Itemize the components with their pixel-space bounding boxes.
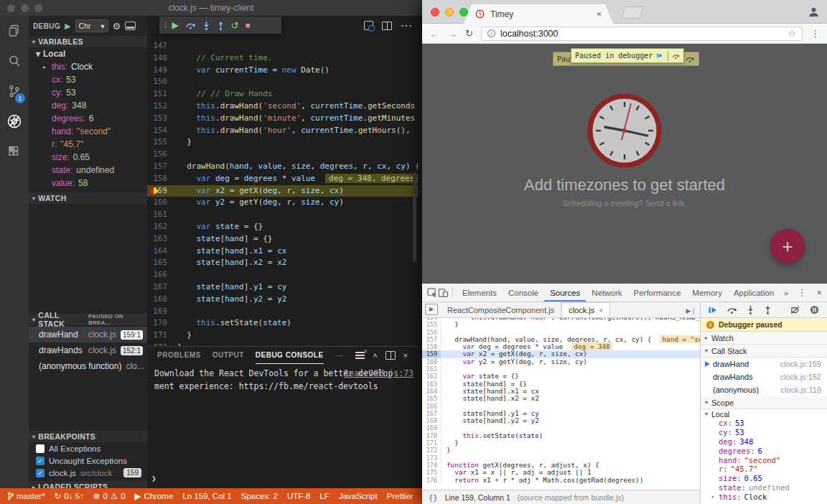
close-devtools-icon[interactable]: × xyxy=(816,287,822,298)
toggle-debug-console-icon[interactable] xyxy=(125,22,136,30)
console-source-link[interactable]: ReactDOM.js:73 xyxy=(344,368,414,378)
line-number[interactable]: 164 xyxy=(147,246,177,258)
split-editor-icon[interactable] xyxy=(382,22,392,30)
breakpoint-checkbox[interactable]: ✓ xyxy=(36,469,45,477)
line-number[interactable]: 157 xyxy=(422,336,441,343)
resume-button[interactable] xyxy=(709,306,717,314)
close-panel-icon[interactable]: × xyxy=(403,351,408,360)
debug-icon[interactable] xyxy=(0,106,29,136)
tab-application[interactable]: Application xyxy=(728,284,780,302)
debug-target-status[interactable]: ▶ Chrome xyxy=(135,491,174,501)
maximize-panel-icon[interactable]: ˄ xyxy=(373,351,377,360)
watch-section-header[interactable]: ▾ WATCH xyxy=(29,192,147,204)
line-number[interactable]: 160 xyxy=(422,358,441,365)
panel-tab-problems[interactable]: PROBLEMS xyxy=(157,347,201,364)
line-number[interactable]: 147 xyxy=(147,40,177,52)
callstack-frame[interactable]: drawHandsclock.js:152 xyxy=(701,370,827,383)
problems-status[interactable]: ⊗ 0 ⚠ 0 xyxy=(93,491,126,501)
line-number[interactable]: 165 xyxy=(422,395,441,402)
encoding-status[interactable]: UTF-8 xyxy=(287,492,311,500)
restart-button[interactable]: ↺ xyxy=(231,20,239,31)
variable-row[interactable]: size:0.65 xyxy=(29,151,147,164)
continue-button[interactable]: ▶ xyxy=(172,20,179,30)
site-info-icon[interactable]: i xyxy=(487,29,495,37)
address-bar[interactable]: i localhost:3000 ☆ xyxy=(481,27,803,41)
line-number[interactable]: 151 xyxy=(147,88,177,101)
scope-variable-row[interactable]: state:undefined xyxy=(701,483,827,493)
line-number[interactable]: 163 xyxy=(147,233,177,246)
indentation-status[interactable]: Spaces: 2 xyxy=(241,492,278,500)
step-over-icon[interactable] xyxy=(685,55,695,62)
scope-variable-row[interactable]: size:0.65 xyxy=(701,474,827,483)
scope-variable-row[interactable]: cy:53 xyxy=(701,428,827,437)
devtools-menu-icon[interactable]: ⋮ xyxy=(797,287,806,298)
tab-sources[interactable]: Sources xyxy=(544,284,586,302)
start-debug-button[interactable]: ▶ xyxy=(65,22,70,31)
split-panel-icon[interactable] xyxy=(386,351,396,360)
line-number[interactable]: 167 xyxy=(147,281,177,294)
drag-handle-icon[interactable]: ⁞⁞ xyxy=(164,22,166,29)
variable-row[interactable]: value:58 xyxy=(29,177,147,190)
inspect-element-icon[interactable] xyxy=(427,288,438,298)
breakpoint-row[interactable]: ✓clock.jssrc/clock159 xyxy=(29,467,147,479)
line-number[interactable]: 171 xyxy=(147,330,177,342)
line-number[interactable]: 153 xyxy=(147,113,177,125)
tab-memory[interactable]: Memory xyxy=(686,284,728,302)
close-window-button[interactable] xyxy=(431,8,439,17)
scope-variable-row[interactable]: deg:348 xyxy=(701,437,827,447)
pretty-print-icon[interactable]: {} xyxy=(429,493,438,502)
source-control-icon[interactable]: 1 xyxy=(0,76,29,106)
reload-button[interactable]: ↻ xyxy=(465,28,473,39)
open-preview-icon[interactable] xyxy=(364,21,373,30)
forward-button[interactable]: → xyxy=(447,28,457,39)
line-number[interactable]: 169 xyxy=(422,424,441,431)
resume-script-icon[interactable] xyxy=(657,52,663,60)
callstack-frame[interactable]: drawHandclock.js159:1 xyxy=(29,327,147,342)
stop-button[interactable]: ■ xyxy=(246,21,251,29)
line-number[interactable]: 166 xyxy=(147,269,177,281)
scope-section-header[interactable]: ▾ Scope xyxy=(701,396,827,409)
more-tabs-icon[interactable]: » xyxy=(780,289,793,297)
variable-row[interactable]: ▸this:Clock xyxy=(29,60,147,73)
line-number[interactable]: 157 xyxy=(147,161,177,173)
new-tab-button[interactable] xyxy=(621,6,644,19)
loaded-scripts-section-header[interactable]: ▸ LOADED SCRIPTS xyxy=(29,481,147,488)
step-over-icon[interactable] xyxy=(672,52,680,60)
variable-row[interactable]: r:"45.7" xyxy=(29,138,147,151)
line-number[interactable]: 172 xyxy=(422,447,441,454)
variable-row[interactable]: deg:348 xyxy=(29,99,147,112)
zoom-window-button[interactable] xyxy=(459,8,468,17)
browser-menu-icon[interactable]: ⋮ xyxy=(810,28,820,39)
callstack-frame[interactable]: drawHandclock.js:159 xyxy=(701,358,827,370)
variable-row[interactable]: hand:"second" xyxy=(29,125,147,138)
formatter-status[interactable]: Prettier xyxy=(387,492,414,500)
scope-variable-row[interactable]: ▸this:Clock xyxy=(701,492,827,501)
sync-status[interactable]: ↻ 0↓ 5↑ xyxy=(55,491,84,501)
line-number[interactable]: 154 xyxy=(147,125,177,137)
line-number[interactable]: 159 xyxy=(422,350,441,358)
line-number[interactable]: 165 xyxy=(147,257,177,269)
line-number[interactable]: 175 xyxy=(422,469,441,476)
pause-on-exceptions-icon[interactable] xyxy=(810,305,819,314)
line-number[interactable]: 161 xyxy=(422,365,441,373)
panel-tab-output[interactable]: OUTPUT xyxy=(212,347,244,364)
line-number[interactable]: 160 xyxy=(147,197,177,209)
line-number[interactable]: 155 xyxy=(147,136,177,149)
step-into-button[interactable] xyxy=(747,305,754,314)
line-number[interactable]: 156 xyxy=(422,329,441,336)
variable-row[interactable]: cy:53 xyxy=(29,86,147,99)
search-icon[interactable] xyxy=(0,46,29,76)
variable-row[interactable]: cx:53 xyxy=(29,73,147,86)
gear-icon[interactable]: ⚙ xyxy=(113,21,121,32)
scope-variable-row[interactable]: r:"45.7" xyxy=(701,465,827,474)
clear-console-icon[interactable] xyxy=(355,352,365,360)
add-timezone-fab[interactable]: + xyxy=(770,229,805,263)
line-number[interactable]: 170 xyxy=(422,432,441,439)
profile-avatar-icon[interactable] xyxy=(808,6,820,18)
variables-section-header[interactable]: ▾ VARIABLES xyxy=(29,36,147,47)
extensions-icon[interactable] xyxy=(0,136,29,167)
step-over-button[interactable] xyxy=(185,21,196,29)
line-number[interactable]: 170 xyxy=(147,317,177,330)
watch-section-header[interactable]: ▸ Watch xyxy=(701,332,827,345)
line-number[interactable]: 169 xyxy=(147,306,177,318)
